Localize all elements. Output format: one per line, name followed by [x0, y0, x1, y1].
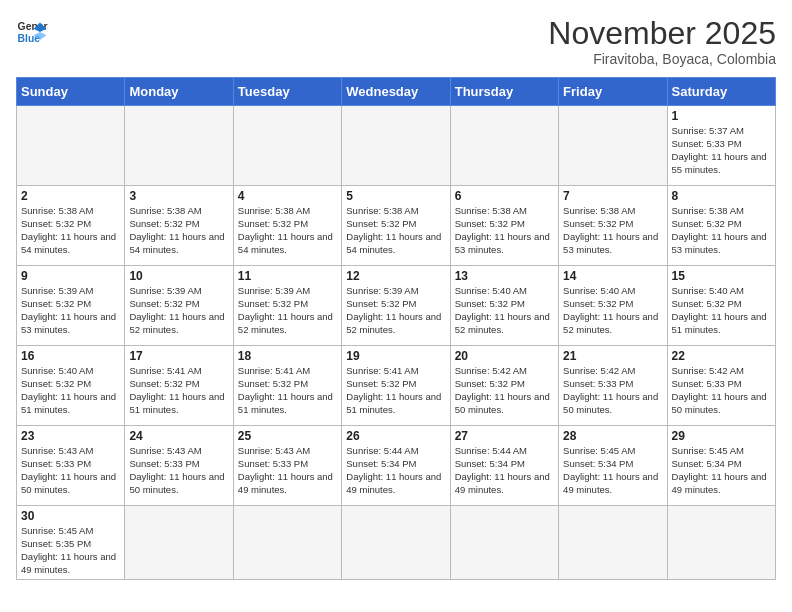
day-number: 11 — [238, 269, 337, 283]
weekday-thursday: Thursday — [450, 78, 558, 106]
day-number: 8 — [672, 189, 771, 203]
calendar-week-row: 23Sunrise: 5:43 AMSunset: 5:33 PMDayligh… — [17, 426, 776, 506]
day-number: 14 — [563, 269, 662, 283]
day-info: Sunrise: 5:44 AMSunset: 5:34 PMDaylight:… — [455, 445, 554, 496]
day-number: 3 — [129, 189, 228, 203]
table-row: 30Sunrise: 5:45 AMSunset: 5:35 PMDayligh… — [17, 506, 125, 580]
weekday-tuesday: Tuesday — [233, 78, 341, 106]
day-number: 18 — [238, 349, 337, 363]
table-row: 2Sunrise: 5:38 AMSunset: 5:32 PMDaylight… — [17, 186, 125, 266]
day-info: Sunrise: 5:45 AMSunset: 5:35 PMDaylight:… — [21, 525, 120, 576]
table-row: 10Sunrise: 5:39 AMSunset: 5:32 PMDayligh… — [125, 266, 233, 346]
day-info: Sunrise: 5:41 AMSunset: 5:32 PMDaylight:… — [346, 365, 445, 416]
table-row: 26Sunrise: 5:44 AMSunset: 5:34 PMDayligh… — [342, 426, 450, 506]
day-info: Sunrise: 5:39 AMSunset: 5:32 PMDaylight:… — [129, 285, 228, 336]
day-info: Sunrise: 5:37 AMSunset: 5:33 PMDaylight:… — [672, 125, 771, 176]
weekday-sunday: Sunday — [17, 78, 125, 106]
day-number: 5 — [346, 189, 445, 203]
day-number: 2 — [21, 189, 120, 203]
day-info: Sunrise: 5:38 AMSunset: 5:32 PMDaylight:… — [672, 205, 771, 256]
calendar: Sunday Monday Tuesday Wednesday Thursday… — [16, 77, 776, 580]
table-row: 19Sunrise: 5:41 AMSunset: 5:32 PMDayligh… — [342, 346, 450, 426]
day-number: 10 — [129, 269, 228, 283]
day-info: Sunrise: 5:38 AMSunset: 5:32 PMDaylight:… — [346, 205, 445, 256]
table-row — [233, 506, 341, 580]
day-info: Sunrise: 5:38 AMSunset: 5:32 PMDaylight:… — [455, 205, 554, 256]
weekday-header-row: Sunday Monday Tuesday Wednesday Thursday… — [17, 78, 776, 106]
table-row — [667, 506, 775, 580]
table-row: 16Sunrise: 5:40 AMSunset: 5:32 PMDayligh… — [17, 346, 125, 426]
table-row: 23Sunrise: 5:43 AMSunset: 5:33 PMDayligh… — [17, 426, 125, 506]
table-row — [342, 106, 450, 186]
month-title: November 2025 — [548, 16, 776, 51]
table-row — [450, 506, 558, 580]
day-info: Sunrise: 5:44 AMSunset: 5:34 PMDaylight:… — [346, 445, 445, 496]
calendar-week-row: 16Sunrise: 5:40 AMSunset: 5:32 PMDayligh… — [17, 346, 776, 426]
day-number: 24 — [129, 429, 228, 443]
day-number: 19 — [346, 349, 445, 363]
day-info: Sunrise: 5:39 AMSunset: 5:32 PMDaylight:… — [238, 285, 337, 336]
weekday-saturday: Saturday — [667, 78, 775, 106]
page: General Blue GeneralBlue November 2025 F… — [0, 0, 792, 590]
table-row: 8Sunrise: 5:38 AMSunset: 5:32 PMDaylight… — [667, 186, 775, 266]
table-row: 20Sunrise: 5:42 AMSunset: 5:32 PMDayligh… — [450, 346, 558, 426]
day-info: Sunrise: 5:42 AMSunset: 5:33 PMDaylight:… — [672, 365, 771, 416]
calendar-week-row: 1Sunrise: 5:37 AMSunset: 5:33 PMDaylight… — [17, 106, 776, 186]
table-row — [17, 106, 125, 186]
calendar-body: 1Sunrise: 5:37 AMSunset: 5:33 PMDaylight… — [17, 106, 776, 580]
day-number: 30 — [21, 509, 120, 523]
day-number: 27 — [455, 429, 554, 443]
day-number: 15 — [672, 269, 771, 283]
table-row: 13Sunrise: 5:40 AMSunset: 5:32 PMDayligh… — [450, 266, 558, 346]
table-row: 25Sunrise: 5:43 AMSunset: 5:33 PMDayligh… — [233, 426, 341, 506]
day-number: 20 — [455, 349, 554, 363]
table-row — [125, 506, 233, 580]
day-info: Sunrise: 5:39 AMSunset: 5:32 PMDaylight:… — [346, 285, 445, 336]
table-row: 11Sunrise: 5:39 AMSunset: 5:32 PMDayligh… — [233, 266, 341, 346]
table-row: 6Sunrise: 5:38 AMSunset: 5:32 PMDaylight… — [450, 186, 558, 266]
day-info: Sunrise: 5:45 AMSunset: 5:34 PMDaylight:… — [563, 445, 662, 496]
day-number: 17 — [129, 349, 228, 363]
table-row: 28Sunrise: 5:45 AMSunset: 5:34 PMDayligh… — [559, 426, 667, 506]
table-row: 21Sunrise: 5:42 AMSunset: 5:33 PMDayligh… — [559, 346, 667, 426]
table-row — [559, 106, 667, 186]
table-row — [233, 106, 341, 186]
day-info: Sunrise: 5:38 AMSunset: 5:32 PMDaylight:… — [563, 205, 662, 256]
table-row: 22Sunrise: 5:42 AMSunset: 5:33 PMDayligh… — [667, 346, 775, 426]
table-row: 18Sunrise: 5:41 AMSunset: 5:32 PMDayligh… — [233, 346, 341, 426]
logo: General Blue GeneralBlue — [16, 16, 48, 48]
table-row: 3Sunrise: 5:38 AMSunset: 5:32 PMDaylight… — [125, 186, 233, 266]
day-number: 9 — [21, 269, 120, 283]
location-subtitle: Firavitoba, Boyaca, Colombia — [548, 51, 776, 67]
weekday-friday: Friday — [559, 78, 667, 106]
day-info: Sunrise: 5:40 AMSunset: 5:32 PMDaylight:… — [21, 365, 120, 416]
calendar-week-row: 30Sunrise: 5:45 AMSunset: 5:35 PMDayligh… — [17, 506, 776, 580]
table-row: 24Sunrise: 5:43 AMSunset: 5:33 PMDayligh… — [125, 426, 233, 506]
day-number: 6 — [455, 189, 554, 203]
table-row: 12Sunrise: 5:39 AMSunset: 5:32 PMDayligh… — [342, 266, 450, 346]
generalblue-logo-icon: General Blue — [16, 16, 48, 48]
table-row: 9Sunrise: 5:39 AMSunset: 5:32 PMDaylight… — [17, 266, 125, 346]
day-number: 26 — [346, 429, 445, 443]
day-number: 25 — [238, 429, 337, 443]
day-number: 1 — [672, 109, 771, 123]
table-row — [125, 106, 233, 186]
day-info: Sunrise: 5:40 AMSunset: 5:32 PMDaylight:… — [455, 285, 554, 336]
table-row: 4Sunrise: 5:38 AMSunset: 5:32 PMDaylight… — [233, 186, 341, 266]
day-info: Sunrise: 5:41 AMSunset: 5:32 PMDaylight:… — [238, 365, 337, 416]
table-row: 27Sunrise: 5:44 AMSunset: 5:34 PMDayligh… — [450, 426, 558, 506]
title-area: November 2025 Firavitoba, Boyaca, Colomb… — [548, 16, 776, 67]
header: General Blue GeneralBlue November 2025 F… — [16, 16, 776, 67]
day-info: Sunrise: 5:43 AMSunset: 5:33 PMDaylight:… — [21, 445, 120, 496]
table-row — [342, 506, 450, 580]
weekday-monday: Monday — [125, 78, 233, 106]
calendar-week-row: 2Sunrise: 5:38 AMSunset: 5:32 PMDaylight… — [17, 186, 776, 266]
day-info: Sunrise: 5:39 AMSunset: 5:32 PMDaylight:… — [21, 285, 120, 336]
day-number: 23 — [21, 429, 120, 443]
table-row: 17Sunrise: 5:41 AMSunset: 5:32 PMDayligh… — [125, 346, 233, 426]
weekday-wednesday: Wednesday — [342, 78, 450, 106]
calendar-week-row: 9Sunrise: 5:39 AMSunset: 5:32 PMDaylight… — [17, 266, 776, 346]
day-info: Sunrise: 5:38 AMSunset: 5:32 PMDaylight:… — [238, 205, 337, 256]
table-row — [559, 506, 667, 580]
table-row: 29Sunrise: 5:45 AMSunset: 5:34 PMDayligh… — [667, 426, 775, 506]
